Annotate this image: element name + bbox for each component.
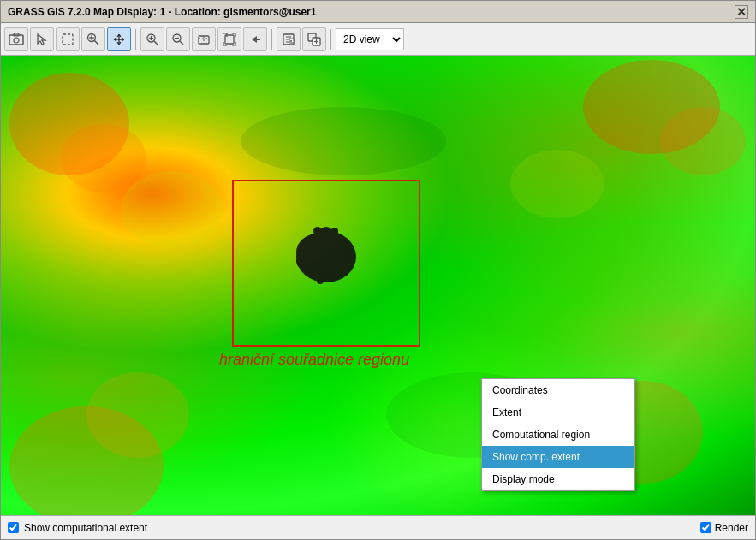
- title-bar: GRASS GIS 7.2.0 Map Display: 1 - Locatio…: [1, 1, 755, 23]
- svg-point-53: [297, 255, 304, 262]
- svg-point-55: [309, 237, 314, 242]
- main-window: GRASS GIS 7.2.0 Map Display: 1 - Locatio…: [0, 0, 756, 540]
- pan-btn[interactable]: [107, 27, 131, 51]
- status-bar: Show computational extent Render: [1, 515, 755, 539]
- zoom-extent-btn[interactable]: [217, 27, 241, 51]
- sep2: [271, 29, 272, 50]
- menu-item-extent[interactable]: Extent: [482, 401, 634, 424]
- show-computational-extent-label[interactable]: Show computational extent: [24, 522, 147, 534]
- svg-point-60: [345, 258, 350, 264]
- toolbar: 2D view 3D view: [1, 23, 755, 56]
- menu-item-display-mode[interactable]: Display mode: [482, 468, 634, 490]
- svg-point-47: [313, 227, 322, 235]
- select-btn[interactable]: [56, 27, 80, 51]
- window-title: GRASS GIS 7.2.0 Map Display: 1 - Locatio…: [8, 6, 316, 18]
- svg-line-9: [154, 41, 158, 45]
- extent-label: Extent: [492, 406, 521, 418]
- svg-line-5: [95, 40, 99, 45]
- show-computational-extent-checkbox[interactable]: [8, 522, 19, 533]
- close-button[interactable]: ✕: [735, 5, 748, 19]
- pointer-btn[interactable]: [30, 27, 54, 51]
- sep3: [330, 29, 331, 50]
- svg-line-13: [180, 41, 183, 45]
- status-left: Show computational extent: [8, 522, 147, 534]
- menu-item-show-comp-extent[interactable]: Show comp. extent: [482, 446, 634, 468]
- render-label[interactable]: Render: [715, 522, 748, 534]
- close-icon: ✕: [736, 5, 747, 19]
- render-checkbox[interactable]: [700, 522, 711, 533]
- svg-point-48: [331, 228, 338, 234]
- zoom-in-btn[interactable]: [140, 27, 164, 51]
- status-right: Render: [700, 522, 748, 534]
- tree-cluster: [271, 197, 382, 308]
- zoom-back-btn[interactable]: [243, 27, 267, 51]
- svg-point-2: [14, 38, 19, 43]
- zoom-region-btn[interactable]: [192, 27, 216, 51]
- tree-cluster-svg: [271, 197, 382, 308]
- screenshot-btn[interactable]: [4, 27, 28, 51]
- computational-region-label: Computational region: [492, 429, 590, 441]
- svg-point-54: [349, 254, 354, 259]
- svg-point-56: [338, 235, 343, 240]
- view-mode-select[interactable]: 2D view 3D view: [336, 28, 404, 50]
- display-mode-label: Display mode: [492, 473, 555, 485]
- menu-item-computational-region[interactable]: Computational region: [482, 424, 634, 446]
- svg-point-59: [302, 263, 307, 268]
- overlay-btn[interactable]: [302, 27, 326, 51]
- map-area: hraniční souřadnice regionu Coordinates …: [1, 56, 755, 515]
- context-menu: Coordinates Extent Computational region …: [481, 378, 635, 491]
- svg-rect-3: [63, 34, 73, 45]
- query-btn[interactable]: [81, 27, 105, 51]
- export-btn[interactable]: [277, 27, 301, 51]
- svg-point-46: [320, 227, 332, 239]
- sep1: [135, 29, 136, 50]
- show-comp-extent-label: Show comp. extent: [492, 451, 580, 463]
- svg-point-57: [317, 277, 324, 284]
- menu-item-coordinates[interactable]: Coordinates: [482, 379, 634, 401]
- zoom-out-btn[interactable]: [166, 27, 190, 51]
- svg-point-58: [328, 276, 333, 282]
- coordinates-label: Coordinates: [492, 384, 548, 396]
